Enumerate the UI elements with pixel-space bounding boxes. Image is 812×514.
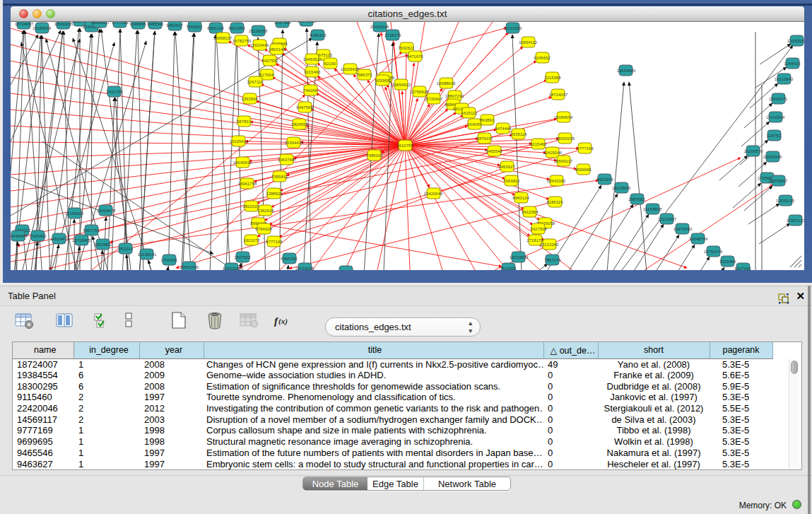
svg-text:746266: 746266 [303,88,318,93]
svg-text:9699695: 9699695 [575,168,592,172]
svg-text:8186323: 8186323 [546,200,563,204]
svg-text:6794028: 6794028 [255,227,272,231]
svg-text:20364436: 20364436 [285,141,304,145]
svg-text:7515526: 7515526 [500,267,517,270]
svg-text:9777169: 9777169 [112,22,129,25]
svg-text:17010504: 17010504 [766,115,785,119]
svg-text:13524851: 13524851 [94,243,113,247]
svg-text:13325419: 13325419 [230,139,249,144]
svg-text:15692971: 15692971 [769,97,788,101]
svg-text:12923446: 12923446 [250,43,269,47]
svg-text:8471676: 8471676 [406,54,423,59]
svg-text:9327508: 9327508 [530,227,547,231]
svg-text:15136141: 15136141 [138,252,157,257]
svg-text:22420046: 22420046 [543,151,563,155]
svg-text:8813074: 8813074 [596,177,613,182]
svg-text:7986372: 7986372 [355,73,372,77]
svg-text:10975867: 10975867 [769,179,788,183]
svg-text:18300295: 18300295 [556,136,575,141]
svg-text:8186323: 8186323 [310,33,326,37]
svg-text:1733426: 1733426 [160,258,177,262]
svg-text:12213383: 12213383 [540,243,559,247]
svg-text:18300295: 18300295 [54,22,73,26]
svg-text:1244415: 1244415 [784,62,801,66]
svg-text:18807293: 18807293 [445,94,464,98]
svg-text:23226058: 23226058 [249,29,268,33]
svg-text:19463627: 19463627 [303,57,322,62]
svg-text:9463627: 9463627 [498,165,515,169]
svg-text:8912954: 8912954 [228,26,245,30]
svg-text:9699695: 9699695 [129,22,146,26]
svg-text:3824554: 3824554 [291,122,308,127]
svg-text:9245652: 9245652 [534,56,551,60]
svg-text:16004678: 16004678 [97,209,116,213]
svg-text:12213383: 12213383 [503,26,522,30]
svg-text:16154808: 16154808 [643,207,662,211]
svg-text:18724007: 18724007 [15,22,34,26]
svg-text:7485003: 7485003 [366,153,383,158]
svg-text:17957223: 17957223 [787,218,804,223]
svg-text:2803144: 2803144 [269,47,286,52]
svg-text:16033809: 16033809 [510,255,529,259]
svg-text:1621072: 1621072 [243,238,260,243]
svg-text:16543382: 16543382 [547,179,566,183]
svg-text:10025438: 10025438 [341,67,360,71]
svg-text:517004: 517004 [259,73,274,77]
svg-text:19384554: 19384554 [33,26,52,30]
svg-text:9777169: 9777169 [266,240,283,244]
svg-text:20206576: 20206576 [744,149,763,153]
svg-text:9115460: 9115460 [305,70,322,74]
svg-text:7663822: 7663822 [503,179,520,183]
svg-text:9115460: 9115460 [531,142,548,146]
svg-text:23420046: 23420046 [424,192,443,196]
svg-text:6497568: 6497568 [296,105,313,110]
svg-text:(x): (x) [278,317,288,326]
svg-text:118753: 118753 [767,134,781,138]
svg-text:62160: 62160 [324,62,336,66]
svg-text:14914479: 14914479 [50,237,69,241]
svg-text:19654985: 19654985 [617,69,636,73]
svg-text:23420046: 23420046 [370,25,389,29]
svg-text:8960124: 8960124 [207,26,224,30]
svg-text:16543382: 16543382 [298,22,317,23]
svg-text:20691406: 20691406 [180,265,199,269]
svg-text:12756928: 12756928 [410,90,429,94]
svg-text:9474444: 9474444 [495,127,512,131]
svg-text:9777169: 9777169 [577,146,594,151]
svg-text:252214: 252214 [119,247,134,251]
svg-text:8427552: 8427552 [261,59,278,63]
svg-text:8960124: 8960124 [512,196,529,200]
svg-text:2987682: 2987682 [628,197,645,201]
svg-text:15751074: 15751074 [704,250,723,254]
svg-text:164095: 164095 [467,122,482,127]
svg-text:10654112: 10654112 [519,40,538,45]
svg-text:2935114: 2935114 [511,132,528,136]
svg-text:1362615: 1362615 [257,209,274,213]
svg-text:10719155: 10719155 [295,267,314,270]
svg-text:9329966: 9329966 [719,259,736,264]
svg-text:7632621: 7632621 [398,46,415,50]
svg-text:9327508: 9327508 [274,22,291,25]
svg-text:10607487: 10607487 [278,158,297,162]
svg-text:18724007: 18724007 [549,93,568,97]
svg-text:3267110: 3267110 [247,80,264,84]
svg-text:893892: 893892 [480,118,495,122]
svg-text:9039695: 9039695 [375,78,392,83]
svg-text:9227343: 9227343 [734,267,751,270]
svg-text:10688609: 10688609 [437,81,456,86]
svg-text:15718485: 15718485 [72,238,91,243]
svg-text:7663822: 7663822 [186,25,203,29]
svg-text:19384554: 19384554 [554,115,573,119]
svg-text:1610755: 1610755 [396,144,413,148]
svg-text:14569117: 14569117 [554,159,573,163]
svg-text:20053346: 20053346 [763,155,782,159]
svg-text:16640910: 16640910 [233,160,252,165]
svg-text:16782759: 16782759 [233,39,252,43]
svg-text:12213967: 12213967 [658,217,677,221]
svg-text:1353504: 1353504 [241,97,258,101]
svg-text:1388520: 1388520 [266,192,283,196]
svg-text:587831: 587831 [237,119,252,124]
svg-text:1615112: 1615112 [461,111,478,115]
svg-text:14099489: 14099489 [11,234,28,238]
svg-text:6966160: 6966160 [281,257,298,261]
